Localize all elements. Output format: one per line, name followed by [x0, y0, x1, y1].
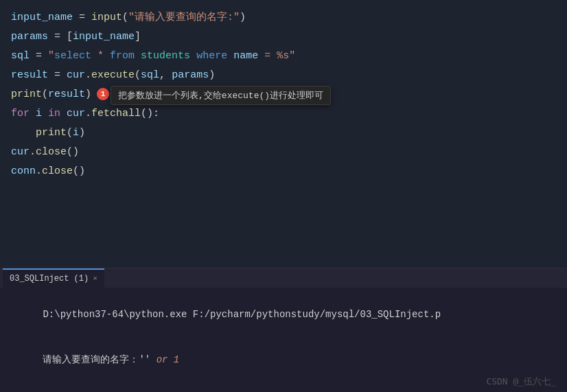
code-token: (: [135, 66, 141, 85]
code-token: (: [122, 8, 128, 27]
code-token: i: [73, 124, 79, 143]
code-token: result: [48, 85, 85, 104]
code-token: ): [85, 85, 91, 104]
code-token: *: [91, 47, 110, 66]
code-token: in: [48, 104, 60, 124]
code-token: .: [85, 66, 91, 85]
code-token: ": [48, 47, 54, 66]
code-token: sql: [141, 66, 159, 85]
code-token: cur: [60, 104, 85, 124]
code-line-4: result = cur . execute ( sql , params ): [0, 66, 567, 85]
code-token: print: [11, 124, 67, 143]
terminal-line-2: 请输入要查询的名字：'' or 1: [8, 337, 559, 382]
code-line-6: for i in cur . fetchall ():: [0, 104, 567, 124]
code-token: cur: [11, 143, 30, 162]
error-badge[interactable]: 1: [97, 88, 109, 100]
code-token: [190, 47, 196, 66]
code-token: for: [11, 104, 30, 124]
code-token: [: [67, 27, 73, 47]
code-token: =: [30, 47, 48, 66]
code-token: input: [91, 8, 122, 27]
code-token: where: [196, 47, 227, 66]
terminal-line-3: 0: [8, 382, 559, 392]
code-token: close: [36, 143, 67, 162]
tab-close-button[interactable]: ×: [93, 275, 97, 283]
code-token: = %s": [258, 47, 295, 66]
code-token: result: [11, 66, 48, 85]
code-token: print: [11, 85, 42, 104]
code-line-1: input_name = input ( "请输入要查询的名字:" ): [0, 8, 567, 27]
terminal-content: D:\python37-64\python.exe F:/pycharm/pyt…: [0, 288, 567, 392]
code-token: =: [48, 27, 67, 47]
terminal-quote-open: ': [139, 354, 144, 365]
terminal-quote-close: ': [145, 354, 150, 365]
code-token: .: [85, 104, 91, 124]
code-token: i: [30, 104, 48, 124]
code-token: ]: [135, 27, 141, 47]
code-token: =: [48, 66, 67, 85]
code-token: ,: [159, 66, 172, 85]
tooltip-container: 1 把参数放进一个列表,交给execute()进行处理即可: [91, 89, 109, 101]
tooltip-popup: 把参数放进一个列表,交给execute()进行处理即可: [111, 86, 331, 105]
code-token: input_name: [11, 8, 73, 27]
code-line-8: cur . close (): [0, 143, 567, 162]
editor-area: input_name = input ( "请输入要查询的名字:" ) para…: [0, 0, 567, 268]
code-token: students: [141, 47, 190, 66]
code-token: close: [42, 162, 73, 181]
code-token: fetchall: [91, 104, 141, 124]
code-token: .: [30, 143, 36, 162]
terminal-line-1: D:\python37-64\python.exe F:/pycharm/pyt…: [8, 292, 559, 337]
code-token: ): [209, 66, 215, 85]
code-line-7: print ( i ): [0, 124, 567, 143]
bottom-panel: 03_SQLInject (1) × D:\python37-64\python…: [0, 268, 567, 392]
code-token: conn: [11, 162, 36, 181]
terminal-prompt: 请输入要查询的名字：: [43, 354, 139, 365]
terminal-tab[interactable]: 03_SQLInject (1) ×: [3, 268, 104, 288]
code-token: =: [73, 8, 91, 27]
code-token: [227, 47, 233, 66]
code-token: params: [172, 66, 209, 85]
tab-bar: 03_SQLInject (1) ×: [0, 268, 567, 288]
code-token: sql: [11, 47, 30, 66]
code-token: (): [67, 143, 79, 162]
code-token: "请输入要查询的名字:": [128, 8, 240, 27]
code-token: ():: [141, 104, 159, 124]
code-token: (: [42, 85, 48, 104]
code-token: input_name: [73, 27, 135, 47]
code-token: cur: [67, 66, 85, 85]
code-line-2: params = [ input_name ]: [0, 27, 567, 47]
code-token: select: [54, 47, 91, 66]
terminal-path: D:\python37-64\python.exe F:/pycharm/pyt…: [43, 309, 441, 320]
terminal-value-1: 1: [174, 354, 179, 365]
watermark: CSDN @_伍六七_: [486, 376, 556, 388]
code-line-5: print ( result ) 1 把参数放进一个列表,交给execute()…: [0, 85, 567, 104]
code-token: (): [73, 162, 85, 181]
terminal-or-keyword: or: [150, 354, 174, 365]
code-token: params: [11, 27, 48, 47]
code-token: from: [110, 47, 135, 66]
code-token: execute: [91, 66, 135, 85]
code-token: name: [233, 47, 258, 66]
code-token: .: [36, 162, 42, 181]
code-token: ): [240, 8, 246, 27]
code-token: [135, 47, 141, 66]
tab-label: 03_SQLInject (1): [10, 274, 89, 284]
code-line-9: conn . close (): [0, 162, 567, 181]
code-token: (: [67, 124, 73, 143]
code-token: ): [79, 124, 85, 143]
code-line-3: sql = "select * from students where name…: [0, 47, 567, 66]
